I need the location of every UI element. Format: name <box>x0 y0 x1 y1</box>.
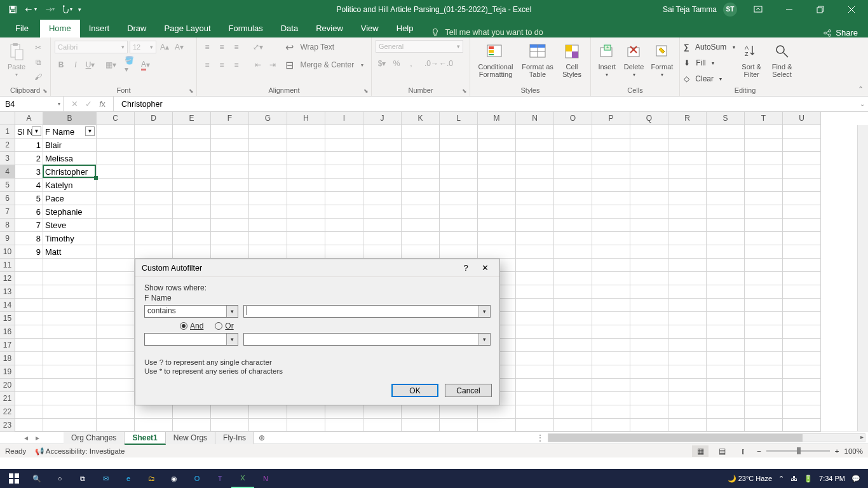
accessibility-status[interactable]: 📢 Accessibility: Investigate <box>35 447 125 456</box>
cell[interactable] <box>745 325 783 339</box>
fill-button[interactable]: ⬇ Fill ▾ <box>684 56 735 70</box>
teams-icon[interactable]: T <box>208 469 231 488</box>
cell[interactable]: 3 <box>15 165 43 179</box>
cell[interactable] <box>668 285 707 299</box>
cell[interactable] <box>745 365 783 379</box>
dialog-close-icon[interactable]: ✕ <box>475 263 494 273</box>
cell[interactable] <box>592 379 630 392</box>
cell[interactable] <box>592 299 630 312</box>
cell[interactable] <box>554 165 592 179</box>
cell[interactable] <box>135 139 173 152</box>
cell[interactable] <box>707 232 745 245</box>
cell[interactable] <box>554 419 592 432</box>
cell[interactable] <box>592 285 630 299</box>
cell[interactable]: 5 <box>15 192 43 205</box>
column-header-I[interactable]: I <box>325 112 363 125</box>
cell[interactable] <box>478 125 516 139</box>
cell[interactable] <box>43 405 97 419</box>
font-size-combo[interactable]: 12▾ <box>130 41 156 53</box>
cell[interactable] <box>135 152 173 165</box>
cell[interactable] <box>668 325 707 339</box>
cell[interactable] <box>745 419 783 432</box>
cell[interactable] <box>287 405 325 419</box>
cell[interactable] <box>135 405 173 419</box>
page-layout-view-icon[interactable]: ▤ <box>714 445 730 457</box>
cell[interactable] <box>745 245 783 259</box>
cell[interactable] <box>745 272 783 285</box>
column-header-G[interactable]: G <box>249 112 287 125</box>
cell[interactable] <box>592 419 630 432</box>
sheet-nav[interactable]: ◂▸ <box>0 433 64 442</box>
cell[interactable] <box>783 352 821 365</box>
row-header-13[interactable]: 13 <box>0 285 15 299</box>
cell[interactable] <box>516 312 554 325</box>
cell[interactable] <box>745 259 783 272</box>
cell[interactable] <box>783 192 821 205</box>
cell[interactable] <box>630 419 668 432</box>
accounting-format-icon[interactable]: $▾ <box>376 57 388 70</box>
cell[interactable] <box>135 205 173 219</box>
cell[interactable] <box>554 285 592 299</box>
tab-formulas[interactable]: Formulas <box>220 20 272 37</box>
cell[interactable] <box>668 232 707 245</box>
cell[interactable] <box>363 192 402 205</box>
cell[interactable] <box>783 139 821 152</box>
cell[interactable] <box>325 152 363 165</box>
cell[interactable] <box>783 152 821 165</box>
cell[interactable] <box>97 245 135 259</box>
cell[interactable] <box>211 165 249 179</box>
cell[interactable] <box>516 299 554 312</box>
cell[interactable] <box>554 125 592 139</box>
excel-taskbar-icon[interactable]: X <box>231 469 254 488</box>
cell[interactable] <box>707 139 745 152</box>
cell[interactable] <box>287 192 325 205</box>
minimize-icon[interactable] <box>775 0 803 18</box>
cell[interactable] <box>440 139 478 152</box>
row-header-23[interactable]: 23 <box>0 419 15 432</box>
expand-formula-bar-icon[interactable]: ⌄ <box>857 100 868 107</box>
cell[interactable] <box>287 152 325 165</box>
cell[interactable] <box>668 165 707 179</box>
number-launcher-icon[interactable]: ⬊ <box>461 87 468 95</box>
align-middle-icon[interactable]: ≡ <box>215 41 228 53</box>
cell[interactable] <box>592 205 630 219</box>
cell[interactable] <box>630 272 668 285</box>
increase-font-icon[interactable]: A▴ <box>158 41 171 53</box>
cell[interactable] <box>707 325 745 339</box>
cell[interactable] <box>554 352 592 365</box>
cell[interactable] <box>97 312 135 325</box>
cell[interactable] <box>249 125 287 139</box>
row-header-3[interactable]: 3 <box>0 152 15 165</box>
cell[interactable] <box>745 405 783 419</box>
cell[interactable] <box>325 419 363 432</box>
cell[interactable] <box>43 392 97 405</box>
cell[interactable] <box>97 272 135 285</box>
column-header-M[interactable]: M <box>478 112 516 125</box>
cell[interactable] <box>554 379 592 392</box>
cell[interactable] <box>554 405 592 419</box>
orientation-icon[interactable]: ⤢▾ <box>252 41 264 53</box>
cell[interactable] <box>363 179 402 192</box>
cell[interactable] <box>630 219 668 232</box>
cancel-button[interactable]: Cancel <box>445 384 492 397</box>
cell[interactable] <box>745 379 783 392</box>
cell[interactable] <box>15 392 43 405</box>
cell[interactable] <box>516 232 554 245</box>
cell[interactable] <box>668 392 707 405</box>
start-button[interactable] <box>3 469 25 488</box>
weather-widget[interactable]: 🌙 23°C Haze <box>728 475 772 483</box>
filter-button-slno[interactable]: ▼ <box>32 126 41 136</box>
cell[interactable] <box>173 125 211 139</box>
cell[interactable] <box>43 312 97 325</box>
cell[interactable] <box>15 312 43 325</box>
tab-page-layout[interactable]: Page Layout <box>156 20 220 37</box>
cell[interactable] <box>249 419 287 432</box>
cell[interactable] <box>97 352 135 365</box>
tab-help[interactable]: Help <box>388 20 423 37</box>
collapse-ribbon-icon[interactable]: ⌃ <box>853 37 868 96</box>
cell[interactable] <box>287 245 325 259</box>
cell[interactable] <box>440 419 478 432</box>
cell[interactable] <box>478 219 516 232</box>
cell[interactable] <box>668 419 707 432</box>
cell[interactable]: F Name▼ <box>43 125 97 139</box>
